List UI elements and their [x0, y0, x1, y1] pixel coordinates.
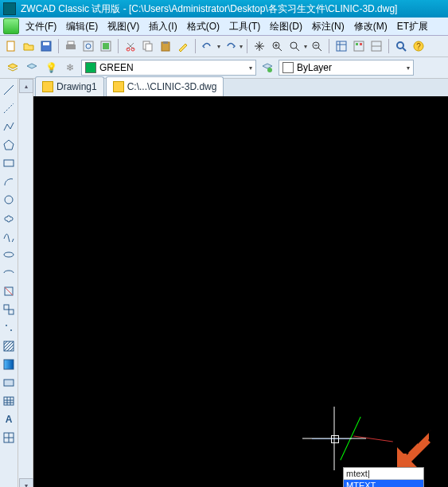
- help-icon[interactable]: ?: [411, 38, 427, 54]
- svg-point-23: [397, 42, 403, 49]
- layer-name: ByLayer: [297, 62, 332, 73]
- hatch-icon[interactable]: [2, 340, 15, 353]
- color-select[interactable]: GREEN ▾: [81, 60, 256, 76]
- menu-insert[interactable]: 插入(I): [144, 18, 181, 35]
- props-icon[interactable]: [333, 38, 349, 54]
- gradient-icon[interactable]: [2, 358, 15, 371]
- menu-view[interactable]: 视图(V): [103, 18, 144, 35]
- save-icon[interactable]: [38, 38, 54, 54]
- bulb-icon[interactable]: 💡: [43, 60, 59, 76]
- tab-label: Drawing1: [56, 81, 97, 92]
- annotation-arrow-icon: [392, 424, 437, 469]
- ellipse-arc-icon[interactable]: [2, 267, 15, 279]
- dwg-file-icon: [113, 81, 124, 92]
- block-icon[interactable]: [2, 303, 15, 316]
- svg-point-33: [6, 325, 7, 326]
- pline-icon[interactable]: [2, 120, 15, 133]
- match-icon[interactable]: [175, 38, 191, 54]
- new-icon[interactable]: [3, 38, 19, 54]
- print-icon[interactable]: [63, 38, 79, 54]
- separator: [329, 39, 329, 53]
- cut-icon[interactable]: [123, 38, 138, 54]
- menu-tools[interactable]: 工具(T): [224, 18, 265, 35]
- suggest-option[interactable]: MTEXT: [344, 480, 423, 487]
- layer-swatch-icon: [282, 62, 294, 73]
- tab-clinic3d[interactable]: C:\...\CLINIC-3D.dwg: [106, 76, 224, 96]
- circle-icon[interactable]: [2, 193, 15, 206]
- menu-dim[interactable]: 标注(N): [307, 18, 349, 35]
- freeze-icon[interactable]: ❄: [62, 60, 78, 76]
- xline-icon[interactable]: [2, 102, 15, 115]
- svg-point-34: [10, 329, 12, 331]
- zoom-rt-icon[interactable]: [269, 38, 285, 54]
- copy-icon[interactable]: [140, 38, 156, 54]
- command-input[interactable]: mtext|: [344, 468, 423, 480]
- svg-rect-3: [66, 45, 76, 49]
- zoom-prev-icon[interactable]: [309, 38, 325, 54]
- color-name: GREEN: [99, 62, 134, 73]
- separator: [118, 39, 119, 53]
- scroll-up-icon[interactable]: ▴: [19, 79, 33, 93]
- standard-toolbar: ▾ ▾ ▾ ?: [0, 36, 448, 57]
- publish-icon[interactable]: [98, 38, 114, 54]
- command-autocomplete: mtext| MTEXT MTEXTED MTEXTFIXED: [343, 467, 424, 487]
- rect-icon[interactable]: [2, 157, 15, 169]
- svg-rect-32: [9, 310, 14, 314]
- document-tabs: Drawing1 C:\...\CLINIC-3D.dwg: [33, 79, 448, 97]
- color-swatch-icon: [85, 62, 96, 73]
- menu-draw[interactable]: 绘图(D): [265, 18, 307, 35]
- layer-manager-icon[interactable]: [5, 60, 21, 76]
- arc-icon[interactable]: [2, 175, 15, 188]
- spline-icon[interactable]: [2, 230, 15, 243]
- preview-icon[interactable]: [80, 38, 96, 54]
- app-logo-icon: [3, 2, 16, 15]
- layer-prev-icon[interactable]: [24, 60, 40, 76]
- extra-icon[interactable]: [2, 431, 15, 444]
- svg-rect-20: [356, 43, 358, 45]
- draw-palette: A: [0, 79, 18, 487]
- tab-drawing1[interactable]: Drawing1: [35, 76, 104, 96]
- svg-rect-14: [163, 41, 168, 44]
- open-icon[interactable]: [21, 38, 37, 54]
- table-icon[interactable]: [2, 395, 15, 407]
- insert-icon[interactable]: [2, 285, 15, 298]
- undo-dropdown-icon[interactable]: ▾: [217, 43, 220, 50]
- svg-rect-27: [4, 160, 14, 166]
- model-canvas[interactable]: mtext| MTEXT MTEXTED MTEXTFIXED: [33, 96, 448, 487]
- toolpal-icon[interactable]: [368, 38, 384, 54]
- menu-modify[interactable]: 修改(M): [349, 18, 392, 35]
- paste-icon[interactable]: [158, 38, 173, 54]
- line-icon[interactable]: [2, 84, 15, 96]
- svg-rect-8: [103, 43, 109, 49]
- menu-et[interactable]: ET扩展: [392, 18, 433, 35]
- redo-dropdown-icon[interactable]: ▾: [240, 43, 243, 50]
- svg-rect-5: [84, 41, 93, 51]
- layer-select[interactable]: ByLayer ▾: [279, 60, 414, 76]
- svg-rect-19: [354, 41, 364, 51]
- zoom-dropdown-icon[interactable]: ▾: [304, 43, 307, 50]
- pan-icon[interactable]: [251, 38, 267, 54]
- menu-format[interactable]: 格式(O): [182, 18, 224, 35]
- palette-scrollbar[interactable]: ▴ ▾: [18, 79, 33, 487]
- point-icon[interactable]: [2, 321, 15, 334]
- menu-bar: 文件(F) 编辑(E) 视图(V) 插入(I) 格式(O) 工具(T) 绘图(D…: [0, 18, 448, 36]
- scroll-down-icon[interactable]: ▾: [19, 478, 33, 487]
- ellipse-icon[interactable]: [2, 248, 15, 261]
- layer-state-icon[interactable]: [259, 60, 275, 76]
- menu-edit[interactable]: 编辑(E): [61, 18, 103, 35]
- undo-icon[interactable]: [200, 38, 216, 54]
- title-bar: ZWCAD Classic 试用版 - [C:\Users\Administra…: [0, 0, 448, 18]
- designcenter-icon[interactable]: [351, 38, 367, 54]
- svg-point-6: [86, 44, 91, 49]
- redo-icon[interactable]: [222, 38, 238, 54]
- zoom-win-icon[interactable]: [286, 38, 302, 54]
- svg-point-28: [5, 196, 13, 204]
- mtext-icon[interactable]: A: [2, 413, 15, 426]
- menu-file[interactable]: 文件(F): [21, 18, 61, 35]
- polygon-icon[interactable]: [2, 138, 15, 151]
- separator: [58, 39, 59, 53]
- find-icon[interactable]: [393, 38, 409, 54]
- revcloud-icon[interactable]: [2, 212, 15, 224]
- svg-rect-31: [4, 305, 9, 310]
- region-icon[interactable]: [2, 376, 15, 389]
